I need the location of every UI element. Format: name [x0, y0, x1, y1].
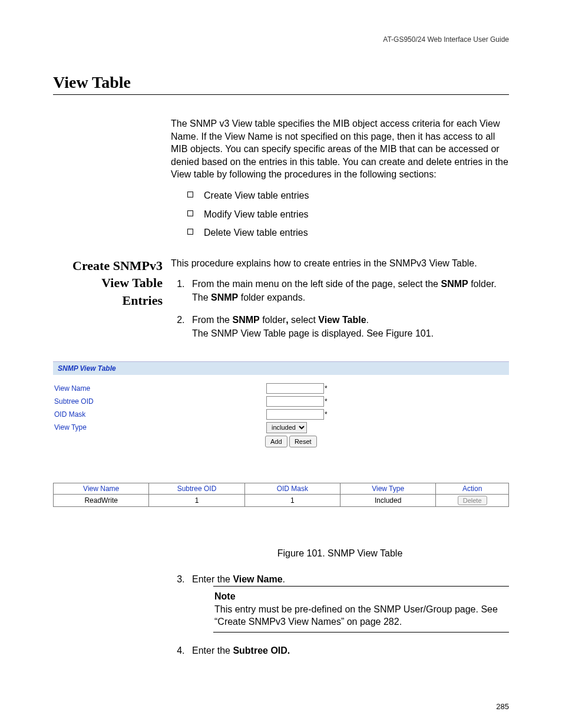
view-type-select[interactable]: included	[266, 422, 307, 433]
snmp-panel-title: SNMP View Table	[53, 361, 509, 375]
section2-intro: This procedure explains how to create en…	[171, 257, 509, 270]
required-icon: *	[325, 384, 328, 393]
section-heading: Create SNMPv3 View Table Entries	[53, 257, 163, 309]
page-number: 285	[53, 702, 509, 711]
procedure-list: From the main menu on the left side of t…	[171, 278, 509, 340]
required-icon: *	[325, 410, 328, 419]
bullet-item: Delete View table entries	[187, 226, 509, 239]
intro-paragraph: The SNMP v3 View table specifies the MIB…	[171, 117, 509, 181]
label-subtree-oid: Subtree OID	[53, 397, 266, 406]
required-icon: *	[325, 397, 328, 406]
col-action: Action	[436, 483, 509, 494]
add-button[interactable]: Add	[265, 436, 287, 447]
snmp-figure: SNMP View Table View Name * Subtree OID …	[53, 361, 509, 507]
page-title: View Table	[53, 73, 509, 95]
step-2: From the SNMP folder, select View Table.…	[187, 314, 509, 340]
reset-button[interactable]: Reset	[289, 436, 317, 447]
table-row: ReadWrite 1 1 Included Delete	[54, 494, 509, 506]
delete-button[interactable]: Delete	[458, 496, 487, 505]
step-1: From the main menu on the left side of t…	[187, 278, 509, 304]
subtree-oid-input[interactable]	[266, 396, 324, 407]
procedure-list-cont: Enter the View Name. Note This entry mus…	[171, 573, 509, 658]
header-guide: AT-GS950/24 Web Interface User Guide	[53, 35, 509, 44]
col-subtree-oid: Subtree OID	[149, 483, 244, 494]
label-view-name: View Name	[53, 384, 266, 393]
col-view-name: View Name	[54, 483, 149, 494]
step-4: Enter the Subtree OID.	[187, 644, 509, 657]
col-oid-mask: OID Mask	[244, 483, 340, 494]
note-title: Note	[214, 590, 508, 603]
figure-caption: Figure 101. SNMP View Table	[171, 548, 509, 559]
step-3: Enter the View Name. Note This entry mus…	[187, 573, 509, 633]
note-body: This entry must be pre-defined on the SN…	[214, 604, 498, 627]
col-view-type: View Type	[340, 483, 435, 494]
bullet-item: Create View table entries	[187, 189, 509, 202]
label-view-type: View Type	[53, 423, 266, 431]
oid-mask-input[interactable]	[266, 409, 324, 420]
bullet-list: Create View table entries Modify View ta…	[187, 189, 509, 239]
bullet-item: Modify View table entries	[187, 208, 509, 221]
label-oid-mask: OID Mask	[53, 410, 266, 419]
view-name-input[interactable]	[266, 383, 324, 394]
note-block: Note This entry must be pre-defined on t…	[213, 586, 509, 633]
snmp-list-table: View Name Subtree OID OID Mask View Type…	[53, 483, 509, 507]
